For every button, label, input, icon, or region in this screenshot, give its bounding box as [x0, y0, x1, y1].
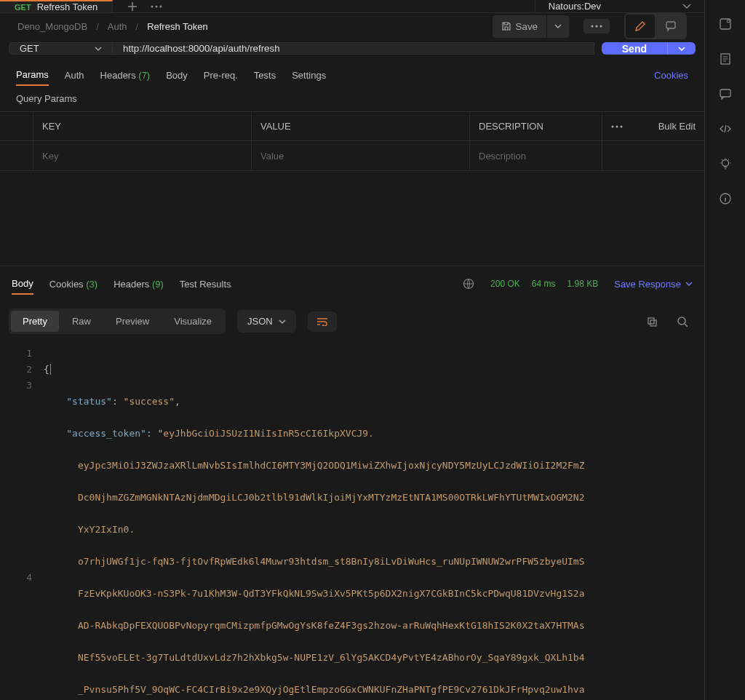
- edit-mode-icon[interactable]: [626, 15, 655, 38]
- send-button[interactable]: Send: [602, 42, 667, 55]
- view-tabs: Pretty Raw Preview Visualize JSON: [0, 301, 704, 341]
- comment-mode-icon[interactable]: [656, 15, 685, 38]
- tabbar: GET Refresh Token Natours:Dev: [0, 0, 704, 13]
- network-icon[interactable]: [463, 278, 474, 290]
- info-icon[interactable]: [719, 192, 732, 205]
- svg-point-3: [591, 25, 594, 28]
- status-code: 200 OK: [490, 279, 520, 289]
- bulk-edit-link[interactable]: Bulk Edit: [639, 121, 704, 132]
- view-raw[interactable]: Raw: [60, 311, 103, 332]
- save-label: Save: [516, 21, 538, 32]
- right-rail: [704, 0, 745, 700]
- qp-header-value: VALUE: [252, 112, 470, 140]
- save-dropdown[interactable]: [546, 15, 569, 38]
- chevron-down-icon: [682, 4, 691, 9]
- more-actions-button[interactable]: [583, 19, 610, 33]
- status-block: 200 OK 64 ms 1.98 KB: [490, 279, 598, 289]
- svg-point-13: [678, 317, 685, 325]
- environment-quicklook-icon[interactable]: [719, 17, 732, 31]
- svg-point-0: [151, 5, 154, 7]
- qp-empty-row[interactable]: Key Value Description: [0, 141, 704, 170]
- cookies-link[interactable]: Cookies: [654, 70, 688, 81]
- environment-picker[interactable]: Natours:Dev: [535, 0, 704, 12]
- response-area: Body Cookies (3) Headers (9) Test Result…: [0, 266, 704, 700]
- resp-tab-body[interactable]: Body: [12, 274, 33, 295]
- tab-settings[interactable]: Settings: [292, 65, 326, 85]
- qp-key-input[interactable]: Key: [33, 141, 252, 170]
- resp-tab-cookies[interactable]: Cookies (3): [49, 274, 97, 294]
- svg-point-9: [621, 125, 623, 127]
- svg-rect-11: [648, 318, 654, 324]
- comments-icon[interactable]: [719, 87, 732, 100]
- view-preview[interactable]: Preview: [104, 311, 161, 332]
- documentation-icon[interactable]: [719, 52, 732, 65]
- svg-rect-14: [720, 19, 730, 29]
- tab-prereq[interactable]: Pre-req.: [204, 65, 238, 85]
- svg-point-2: [160, 5, 162, 7]
- tab-title: Refresh Token: [37, 1, 98, 12]
- save-response-link[interactable]: Save Response: [614, 279, 693, 290]
- svg-point-4: [596, 25, 598, 28]
- status-time: 64 ms: [532, 279, 556, 289]
- response-body[interactable]: 123 4 { "status": "success", "access_tok…: [0, 341, 704, 700]
- save-button[interactable]: Save: [493, 15, 546, 38]
- tab-tests[interactable]: Tests: [254, 65, 276, 85]
- resp-tab-test-results[interactable]: Test Results: [180, 274, 231, 294]
- svg-rect-6: [666, 22, 675, 28]
- code-icon[interactable]: [719, 122, 732, 135]
- url-row: GET Send: [9, 42, 696, 55]
- format-dropdown[interactable]: JSON: [237, 310, 296, 333]
- qp-header-desc: DESCRIPTION: [470, 112, 602, 140]
- tab-auth[interactable]: Auth: [65, 65, 84, 85]
- query-params-title: Query Params: [0, 86, 704, 111]
- search-icon[interactable]: [669, 311, 696, 332]
- view-mode-toggle: [624, 13, 687, 39]
- send-dropdown[interactable]: [667, 42, 696, 55]
- qp-more-icon[interactable]: [602, 125, 639, 128]
- svg-rect-17: [720, 90, 730, 97]
- code-content: { "status": "success", "access_token": "…: [44, 346, 704, 700]
- status-size: 1.98 KB: [567, 279, 599, 289]
- response-tabs: Body Cookies (3) Headers (9) Test Result…: [0, 266, 704, 301]
- view-visualize[interactable]: Visualize: [162, 311, 223, 332]
- svg-point-1: [156, 5, 158, 7]
- svg-point-5: [600, 25, 602, 28]
- breadcrumb-root[interactable]: Deno_MongoDB: [17, 21, 87, 32]
- svg-point-18: [722, 160, 728, 167]
- new-tab-icon[interactable]: [127, 1, 138, 12]
- svg-point-7: [612, 125, 614, 127]
- request-tabs: Params Auth Headers (7) Body Pre-req. Te…: [0, 65, 704, 86]
- tab-headers[interactable]: Headers (7): [100, 65, 151, 85]
- tab-refresh-token[interactable]: GET Refresh Token: [0, 0, 113, 12]
- resp-tab-headers[interactable]: Headers (9): [113, 274, 164, 294]
- svg-point-8: [616, 125, 618, 127]
- more-tabs-icon[interactable]: [151, 5, 162, 8]
- method-select[interactable]: GET: [9, 42, 112, 55]
- wrap-lines-icon[interactable]: [308, 311, 337, 332]
- qp-desc-input[interactable]: Description: [470, 141, 602, 170]
- qp-header-key: KEY: [33, 112, 252, 140]
- query-params-table: KEY VALUE DESCRIPTION Bulk Edit Key Valu…: [0, 111, 704, 171]
- line-gutter: 123 4: [0, 346, 44, 700]
- breadcrumb-row: Deno_MongoDB / Auth / Refresh Token Save: [0, 13, 704, 39]
- tab-method-badge: GET: [15, 3, 31, 12]
- breadcrumb-leaf: Refresh Token: [147, 21, 208, 32]
- copy-icon[interactable]: [639, 311, 665, 332]
- method-value: GET: [20, 43, 39, 54]
- breadcrumb-auth[interactable]: Auth: [108, 21, 127, 32]
- svg-point-15: [727, 20, 730, 23]
- tab-body[interactable]: Body: [166, 65, 188, 85]
- view-pretty[interactable]: Pretty: [11, 311, 59, 332]
- url-input[interactable]: [112, 42, 594, 55]
- lightbulb-icon[interactable]: [719, 157, 732, 170]
- environment-name: Natours:Dev: [549, 1, 601, 12]
- svg-rect-12: [650, 320, 656, 326]
- tab-params[interactable]: Params: [16, 65, 49, 86]
- qp-value-input[interactable]: Value: [252, 141, 470, 170]
